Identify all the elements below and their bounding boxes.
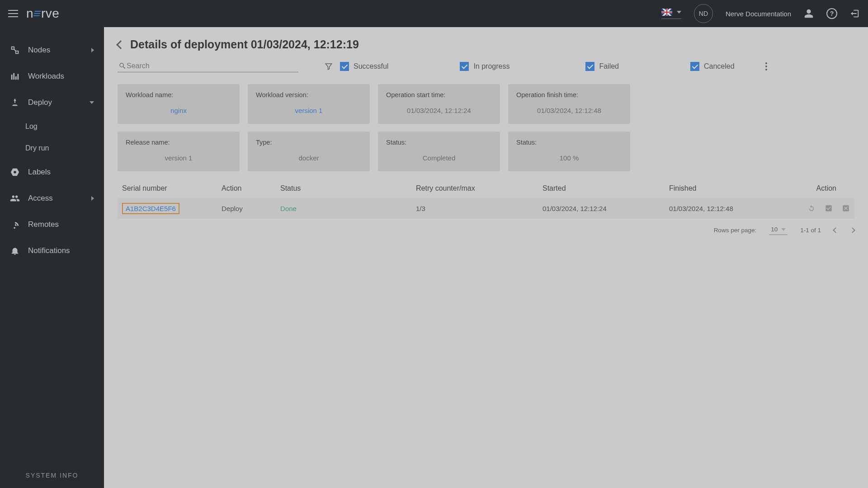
back-button[interactable]	[116, 40, 125, 49]
workload-version-link[interactable]: version 1	[256, 107, 362, 114]
page-title: Details of deployment 01/03/2024, 12:12:…	[130, 38, 359, 51]
card-release-name: Release name:version 1	[118, 131, 240, 171]
documentation-link[interactable]: Nerve Documentation	[726, 10, 791, 18]
card-type: Type:docker	[248, 131, 370, 171]
sidebar-item-remotes[interactable]: Remotes	[0, 211, 104, 238]
deploy-icon	[10, 98, 20, 108]
help-icon[interactable]: ?	[826, 8, 837, 19]
checkbox-icon	[690, 62, 699, 71]
person-icon[interactable]	[804, 9, 814, 19]
sidebar-label: Deploy	[28, 98, 52, 107]
cell-action: Deploy	[217, 198, 276, 219]
cell-finished: 01/03/2024, 12:12:48	[665, 198, 791, 219]
language-selector[interactable]	[661, 9, 681, 19]
info-cards: Workload name:nginx Workload version:ver…	[118, 84, 854, 171]
card-start-time: Operation start time:01/03/2024, 12:12:2…	[378, 84, 500, 123]
access-icon	[10, 193, 20, 203]
sidebar-label: Remotes	[28, 220, 59, 229]
chevron-down-icon	[90, 101, 94, 104]
col-started[interactable]: Started	[538, 179, 665, 198]
sidebar-item-notifications[interactable]: Notifications	[0, 238, 104, 264]
card-workload-name: Workload name:nginx	[118, 84, 240, 123]
page-prev[interactable]	[833, 227, 839, 233]
sidebar-label: Notifications	[28, 246, 70, 255]
sidebar-item-nodes[interactable]: Nodes	[0, 37, 104, 63]
filter-icon[interactable]	[325, 62, 333, 70]
col-finished[interactable]: Finished	[665, 179, 791, 198]
filter-inprogress[interactable]: In progress	[460, 62, 509, 71]
pagination-range: 1-1 of 1	[800, 227, 821, 234]
top-bar: n≡rve ND Nerve Documentation ?	[0, 0, 868, 27]
chevron-down-icon	[781, 228, 786, 231]
sidebar-subitem-dryrun[interactable]: Dry run	[0, 137, 104, 159]
cell-retry: 1/3	[411, 198, 538, 219]
system-info-link[interactable]: SYSTEM INFO	[0, 472, 104, 479]
filter-successful[interactable]: Successful	[340, 62, 388, 71]
chevron-right-icon	[91, 196, 94, 201]
sidebar-label: Nodes	[28, 46, 50, 55]
sidebar-item-deploy[interactable]: Deploy	[0, 89, 104, 116]
checkbox-icon	[460, 62, 469, 71]
sidebar-item-workloads[interactable]: Workloads	[0, 63, 104, 89]
remotes-icon	[10, 220, 20, 230]
sidebar-label: Access	[28, 194, 53, 203]
chevron-right-icon	[91, 48, 94, 52]
filter-canceled[interactable]: Canceled	[690, 62, 735, 71]
col-row-action[interactable]: Action	[791, 179, 854, 198]
main-content: Details of deployment 01/03/2024, 12:12:…	[104, 27, 868, 488]
rows-per-page-select[interactable]: 10	[769, 225, 788, 235]
checkbox-icon	[340, 62, 349, 71]
workload-name-link[interactable]: nginx	[126, 107, 231, 114]
sidebar-item-labels[interactable]: Labels	[0, 159, 104, 185]
sidebar-label: Workloads	[28, 72, 64, 81]
col-action[interactable]: Action	[217, 179, 276, 198]
rows-per-page-label: Rows per page:	[714, 227, 757, 234]
chevron-down-icon	[677, 11, 681, 14]
table-row[interactable]: A1B2C3D4E5F6 Deploy Done 1/3 01/03/2024,…	[118, 198, 854, 219]
card-status: Status:Completed	[378, 131, 500, 171]
cell-status: Done	[280, 205, 297, 212]
card-progress: Status:100 %	[508, 131, 630, 171]
labels-icon	[10, 167, 20, 177]
search-icon	[118, 62, 127, 70]
search-input[interactable]	[127, 62, 297, 70]
checkbox-icon	[585, 62, 594, 71]
nodes-icon	[10, 45, 20, 55]
bell-icon	[10, 246, 20, 256]
filter-bar: Successful In progress Failed Canceled	[118, 60, 854, 72]
page-next[interactable]	[849, 227, 855, 233]
filter-failed[interactable]: Failed	[585, 62, 619, 71]
col-serial[interactable]: Serial number	[118, 179, 217, 198]
col-retry[interactable]: Retry counter/max	[411, 179, 538, 198]
workloads-icon	[10, 71, 20, 81]
deployment-table: Serial number Action Status Retry counte…	[118, 179, 854, 219]
logout-icon[interactable]	[850, 9, 860, 19]
search-field[interactable]	[118, 60, 298, 72]
pagination: Rows per page: 10 1-1 of 1	[118, 225, 854, 235]
sidebar: Nodes Workloads Deploy Log Dry run Label…	[0, 27, 104, 488]
uk-flag-icon	[661, 9, 672, 16]
sidebar-subitem-log[interactable]: Log	[0, 116, 104, 137]
app-logo: n≡rve	[26, 6, 59, 21]
retry-icon[interactable]	[807, 204, 816, 212]
user-avatar[interactable]: ND	[694, 4, 713, 23]
sidebar-label: Labels	[28, 168, 51, 177]
mark-done-icon[interactable]	[825, 204, 833, 212]
card-workload-version: Workload version:version 1	[248, 84, 370, 123]
cancel-icon[interactable]	[842, 204, 850, 212]
col-status[interactable]: Status	[276, 179, 411, 198]
sidebar-item-access[interactable]: Access	[0, 185, 104, 211]
more-menu[interactable]	[765, 62, 767, 70]
serial-link[interactable]: A1B2C3D4E5F6	[122, 203, 179, 214]
cell-started: 01/03/2024, 12:12:24	[538, 198, 665, 219]
menu-toggle[interactable]	[8, 9, 18, 19]
card-finish-time: Operation finish time:01/03/2024, 12:12:…	[508, 84, 630, 123]
